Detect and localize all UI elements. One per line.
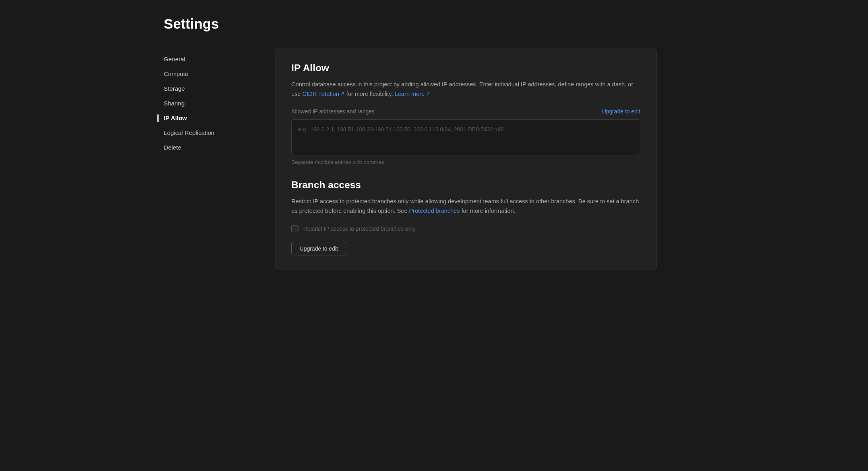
ip-input-area: e.g., 192.0.2.1, 198.51.100.20-198.51.10… bbox=[291, 119, 640, 155]
restrict-ip-checkbox-row: Restrict IP access to protected branches… bbox=[291, 225, 640, 232]
sidebar-item-compute[interactable]: Compute bbox=[164, 66, 251, 81]
restrict-ip-checkbox[interactable] bbox=[291, 225, 298, 232]
branch-access-description: Restrict IP access to protected branches… bbox=[291, 197, 640, 216]
branch-access-title: Branch access bbox=[291, 179, 640, 191]
page-title: Settings bbox=[164, 16, 704, 32]
sidebar-item-sharing[interactable]: Sharing bbox=[164, 96, 251, 111]
sidebar-item-storage[interactable]: Storage bbox=[164, 81, 251, 96]
sidebar-item-general[interactable]: General bbox=[164, 52, 251, 66]
sidebar-item-logical-replication[interactable]: Logical Replication bbox=[164, 125, 251, 140]
external-link-icon: ↗ bbox=[340, 90, 345, 98]
restrict-ip-label: Restrict IP access to protected branches… bbox=[303, 226, 415, 232]
upgrade-to-edit-button[interactable]: Upgrade to edit bbox=[291, 242, 346, 255]
learn-more-link[interactable]: Learn more ↗ bbox=[395, 90, 430, 99]
ip-allow-title: IP Allow bbox=[291, 62, 640, 74]
learn-more-external-icon: ↗ bbox=[426, 90, 430, 98]
main-content: IP Allow Control database access in this… bbox=[275, 48, 657, 270]
protected-branches-link[interactable]: Protected branches bbox=[409, 206, 460, 216]
ip-allow-section: IP Allow Control database access in this… bbox=[291, 62, 640, 165]
ip-hint: Separate multiple entries with commas. bbox=[291, 159, 640, 165]
ip-allow-description: Control database access in this project … bbox=[291, 80, 640, 99]
ip-upgrade-link[interactable]: Upgrade to edit bbox=[602, 108, 640, 115]
branch-access-section: Branch access Restrict IP access to prot… bbox=[291, 179, 640, 255]
sidebar: General Compute Storage Sharing IP Allow… bbox=[164, 48, 251, 270]
ip-field-label: Allowed IP addresses and ranges bbox=[291, 108, 374, 115]
sidebar-item-delete[interactable]: Delete bbox=[164, 140, 251, 155]
settings-card: IP Allow Control database access in this… bbox=[275, 48, 657, 270]
cidr-notation-link[interactable]: CIDR notation ↗ bbox=[302, 90, 345, 99]
sidebar-item-ip-allow[interactable]: IP Allow bbox=[164, 111, 251, 125]
ip-field-header: Allowed IP addresses and ranges Upgrade … bbox=[291, 108, 640, 115]
